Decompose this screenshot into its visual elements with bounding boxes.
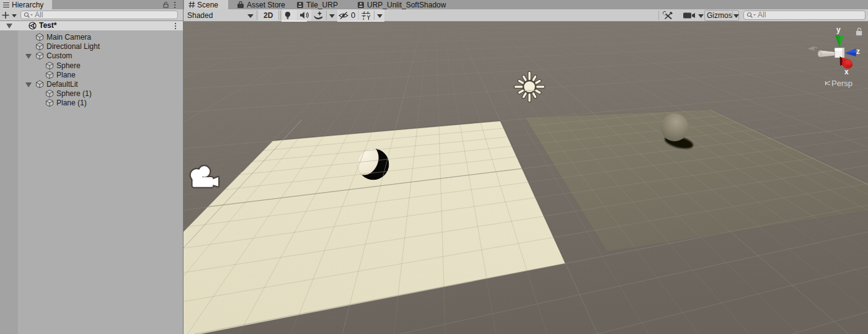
svg-text:z: z [856, 47, 860, 56]
svg-text:x: x [844, 68, 849, 76]
svg-text:y: y [836, 25, 841, 34]
svg-text:Persp: Persp [831, 79, 852, 88]
